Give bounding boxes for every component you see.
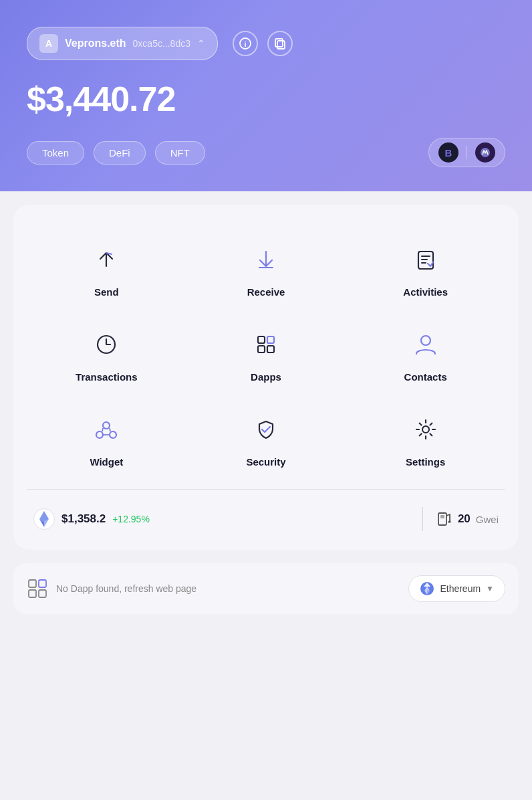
wallet-address: 0xca5c...8dc3	[133, 38, 190, 49]
svg-rect-34	[29, 590, 36, 597]
partner-logos[interactable]: B	[428, 138, 505, 167]
svg-rect-35	[39, 590, 46, 597]
svg-point-20	[96, 431, 103, 438]
tab-nft[interactable]: NFT	[155, 141, 205, 165]
stats-divider	[422, 507, 423, 531]
hero-section: A Veprons.eth 0xca5c...8dc3 ⌃ i $3,440.7…	[0, 0, 532, 191]
eth-price: $1,358.2	[61, 512, 106, 526]
dapp-info: No Dapp found, refresh web page	[27, 578, 196, 599]
transactions-label: Transactions	[76, 371, 138, 383]
chevron-down-icon: ⌃	[197, 38, 205, 49]
header-icons: i	[233, 31, 293, 56]
action-grid: Send Receive	[27, 229, 505, 484]
settings-label: Settings	[406, 456, 445, 468]
svg-rect-14	[258, 336, 265, 343]
dapps-small-icon	[27, 578, 48, 599]
balance-amount: $3,440.72	[27, 79, 505, 119]
send-icon	[89, 242, 124, 277]
receive-label: Receive	[247, 286, 285, 298]
tab-defi[interactable]: DeFi	[94, 141, 146, 165]
send-button[interactable]: Send	[27, 229, 186, 314]
security-icon	[249, 412, 283, 447]
dapps-label: Dapps	[251, 371, 281, 383]
svg-rect-33	[39, 580, 46, 587]
svg-point-25	[422, 426, 429, 433]
send-label: Send	[94, 286, 119, 298]
eth-change: +12.95%	[112, 514, 150, 524]
svg-rect-3	[275, 39, 283, 47]
activities-button[interactable]: Activities	[346, 229, 505, 314]
gas-section: 20 Gwei	[436, 509, 499, 530]
bottom-bar: No Dapp found, refresh web page Ethereum…	[13, 563, 519, 614]
transactions-button[interactable]: Transactions	[27, 314, 186, 399]
dapps-icon	[249, 327, 283, 362]
svg-text:i: i	[244, 40, 246, 48]
receive-button[interactable]: Receive	[186, 229, 346, 314]
activities-icon	[408, 242, 443, 277]
svg-line-22	[102, 428, 103, 431]
address-bar: A Veprons.eth 0xca5c...8dc3 ⌃ i	[27, 27, 505, 60]
settings-icon	[408, 412, 443, 447]
svg-rect-17	[267, 346, 274, 353]
main-card: Send Receive	[13, 205, 519, 550]
widget-button[interactable]: Widget	[27, 399, 186, 484]
widget-icon	[89, 412, 124, 447]
wallet-avatar: A	[39, 34, 58, 53]
svg-rect-15	[267, 336, 274, 343]
address-pill[interactable]: A Veprons.eth 0xca5c...8dc3 ⌃	[27, 27, 218, 60]
gas-icon	[436, 509, 452, 530]
receive-icon	[249, 242, 283, 277]
bottom-stats: $1,358.2 +12.95% 20 Gwei	[27, 500, 505, 534]
contacts-button[interactable]: Contacts	[346, 314, 505, 399]
svg-rect-30	[440, 515, 444, 518]
copy-button[interactable]	[267, 31, 293, 56]
svg-point-19	[103, 422, 110, 429]
eth-logo	[33, 508, 55, 530]
network-name: Ethereum	[440, 583, 481, 594]
card-divider	[27, 489, 505, 490]
contacts-icon	[408, 327, 443, 362]
dapp-message: No Dapp found, refresh web page	[56, 583, 196, 594]
partner-m-logo	[475, 142, 495, 163]
widget-label: Widget	[90, 456, 123, 468]
svg-point-21	[110, 431, 116, 438]
network-chevron-icon: ▼	[486, 584, 494, 593]
security-label: Security	[246, 456, 285, 468]
dapps-button[interactable]: Dapps	[186, 314, 346, 399]
network-selector[interactable]: Ethereum ▼	[408, 575, 505, 602]
svg-line-23	[110, 428, 110, 431]
settings-button[interactable]: Settings	[346, 399, 505, 484]
partner-b-logo: B	[438, 142, 458, 163]
wallet-name: Veprons.eth	[65, 37, 126, 49]
gas-amount: 20	[458, 512, 471, 526]
tabs-row: Token DeFi NFT B	[27, 138, 505, 167]
gas-unit: Gwei	[476, 514, 499, 525]
partner-divider	[467, 146, 467, 159]
info-button[interactable]: i	[233, 31, 258, 56]
tab-buttons: Token DeFi NFT	[27, 141, 205, 165]
activities-label: Activities	[403, 286, 448, 298]
svg-point-31	[448, 520, 451, 523]
svg-rect-29	[438, 513, 446, 525]
eth-price-section: $1,358.2 +12.95%	[33, 508, 409, 530]
transactions-icon	[89, 327, 124, 362]
svg-point-18	[421, 336, 430, 345]
security-button[interactable]: Security	[186, 399, 346, 484]
svg-rect-16	[258, 346, 265, 353]
svg-rect-2	[277, 41, 285, 49]
tab-token[interactable]: Token	[27, 141, 84, 165]
contacts-label: Contacts	[404, 371, 447, 383]
svg-rect-32	[29, 580, 36, 587]
